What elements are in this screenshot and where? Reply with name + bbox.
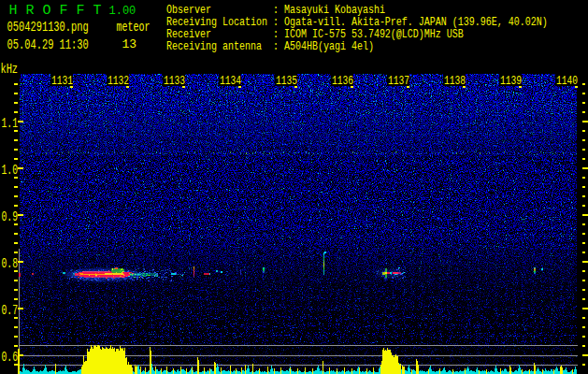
svg-text:13: 13 (122, 37, 137, 51)
svg-text:1136: 1136 (332, 74, 353, 86)
svg-text:0.6: 0.6 (2, 350, 19, 365)
svg-text:1133: 1133 (164, 74, 185, 86)
svg-text:1131: 1131 (51, 74, 73, 86)
svg-text:0504291130.png: 0504291130.png (7, 19, 89, 35)
svg-text:1137: 1137 (388, 74, 409, 86)
svg-text:Receiving antenna : A504HB(ya: Receiving antenna : A504HB(yagi 4el) (166, 38, 374, 51)
svg-text:1132: 1132 (108, 74, 129, 86)
svg-text:05.04.29 11:30: 05.04.29 11:30 (7, 36, 89, 52)
svg-text:0.7: 0.7 (2, 303, 19, 318)
svg-text:1.1: 1.1 (2, 116, 19, 131)
svg-text:0.9: 0.9 (2, 209, 19, 224)
svg-text:meteor: meteor (117, 21, 151, 36)
svg-text:1135: 1135 (276, 74, 297, 86)
svg-text:1134: 1134 (220, 74, 241, 86)
svg-text:H R O F F T: H R O F F T (9, 3, 102, 19)
svg-text:1139: 1139 (500, 74, 522, 86)
svg-text:kHz: kHz (1, 61, 19, 77)
svg-text:1.00: 1.00 (109, 5, 136, 18)
svg-text:0.8: 0.8 (2, 256, 19, 271)
svg-text:1138: 1138 (444, 74, 466, 86)
svg-text:1.0: 1.0 (2, 163, 19, 178)
svg-text:1140: 1140 (556, 74, 578, 86)
